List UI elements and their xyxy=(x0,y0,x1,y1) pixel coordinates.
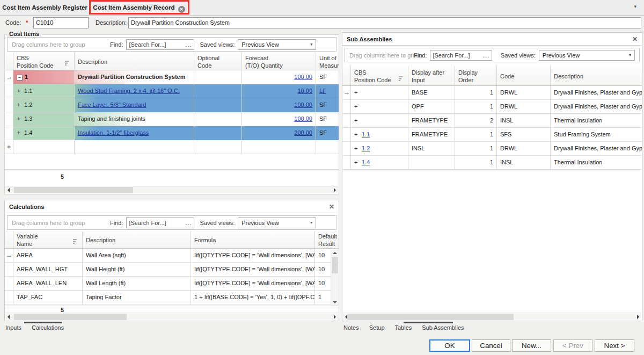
expand-icon[interactable]: + xyxy=(354,128,362,141)
position-code-cell[interactable]: +1.1 xyxy=(351,128,408,142)
expand-icon[interactable]: + xyxy=(354,114,362,127)
column-header-forecast-quantity[interactable]: Forecast (T/O) Quantity xyxy=(242,53,316,70)
description-cell[interactable]: Insulation, 1-1/2" fiberglass xyxy=(75,126,194,140)
display-after-input-cell[interactable]: FRAMETYPE xyxy=(408,128,455,142)
display-order-cell[interactable]: 1 xyxy=(455,86,497,100)
quantity-link[interactable]: 10.00 xyxy=(297,88,312,94)
column-header-display-order[interactable]: Display Order xyxy=(455,66,497,85)
code-cell[interactable]: SFS xyxy=(497,128,551,142)
column-header-unit-of-measure[interactable]: Unit of Measure xyxy=(316,53,339,70)
scroll-right-icon[interactable] xyxy=(334,188,336,192)
description-cell[interactable] xyxy=(75,140,194,154)
more-icon[interactable]: ... xyxy=(182,41,192,48)
tab-calculations[interactable]: Calculations xyxy=(32,324,64,331)
new-button[interactable]: New... xyxy=(512,339,551,352)
table-row[interactable]: → −1 Drywall Partition Construction Syst… xyxy=(5,70,339,84)
position-code-cell[interactable]: +1.2 xyxy=(13,98,75,112)
display-order-cell[interactable]: 2 xyxy=(455,114,497,128)
optional-code-cell[interactable] xyxy=(194,84,242,98)
prev-button[interactable]: < Prev xyxy=(553,339,592,352)
description-cell[interactable]: Wall Area (sqft) xyxy=(83,249,191,263)
display-after-input-cell[interactable]: INSL xyxy=(408,142,455,156)
scrollbar-thumb[interactable] xyxy=(14,314,127,320)
group-by-hint[interactable]: Drag columns here to group xyxy=(349,52,414,59)
table-row[interactable]: +1.1 FRAMETYPE 1 SFS Stud Framing System xyxy=(342,128,642,142)
display-order-cell[interactable]: 1 xyxy=(455,100,497,114)
position-code-cell[interactable] xyxy=(13,140,75,154)
code-cell[interactable]: DRWL xyxy=(497,100,551,114)
scroll-left-icon[interactable] xyxy=(8,315,10,319)
tab-notes[interactable]: Notes xyxy=(343,324,359,331)
display-after-input-cell[interactable]: FRAMETYPE xyxy=(408,114,455,128)
column-header-description[interactable]: Description xyxy=(75,53,194,70)
uom-cell[interactable]: SF xyxy=(316,70,339,84)
code-cell[interactable]: INSL xyxy=(497,114,551,128)
display-order-cell[interactable]: 1 xyxy=(455,156,497,170)
variable-name-cell[interactable]: TAP_FAC xyxy=(13,291,83,305)
group-by-hint[interactable]: Drag columns here to group xyxy=(12,220,110,226)
expand-icon[interactable]: + xyxy=(17,112,24,126)
code-cell[interactable]: DRWL xyxy=(497,142,551,156)
quantity-cell[interactable]: 100.00 xyxy=(242,70,316,84)
position-code-cell[interactable]: + xyxy=(351,86,408,100)
variable-name-cell[interactable]: AREA_WALL_HGT xyxy=(13,263,83,277)
tab-setup[interactable]: Setup xyxy=(369,324,385,331)
display-after-input-cell[interactable]: BASE xyxy=(408,86,455,100)
scrollbar-thumb[interactable] xyxy=(347,314,514,320)
vertical-scrollbar[interactable] xyxy=(331,250,338,306)
display-after-input-cell[interactable]: OPF xyxy=(408,100,455,114)
close-icon[interactable]: ✕ xyxy=(329,203,334,211)
code-cell[interactable]: DRWL xyxy=(497,86,551,100)
quantity-cell[interactable]: 10.00 xyxy=(242,84,316,98)
table-row[interactable]: + FRAMETYPE 2 INSL Thermal Insulation xyxy=(342,114,642,128)
description-cell[interactable]: Thermal Insulation xyxy=(551,114,642,128)
position-link[interactable]: 1.1 xyxy=(362,131,370,137)
ok-button[interactable]: OK xyxy=(429,339,470,352)
scroll-down-icon[interactable] xyxy=(333,301,337,303)
expand-icon[interactable]: + xyxy=(354,156,362,169)
table-row[interactable]: TAP_FAC Taping Factor 1 + Iif([BASE.CODE… xyxy=(5,291,339,305)
quantity-link[interactable]: 100.00 xyxy=(294,74,312,80)
column-header-code[interactable]: Code xyxy=(497,66,551,85)
optional-code-cell[interactable] xyxy=(194,112,242,126)
table-row[interactable]: → AREA Wall Area (sqft) Iif([QTYTYPE.COD… xyxy=(5,249,339,263)
tab-sub-assemblies[interactable]: Sub Assemblies xyxy=(422,324,464,331)
description-cell[interactable]: Wood Stud Framing, 2 x 4, @ 16" O.C. xyxy=(75,84,194,98)
search-input[interactable]: [Search For...] ... xyxy=(430,50,492,61)
column-header-optional-code[interactable]: Optional Code xyxy=(194,53,242,70)
scroll-right-icon[interactable] xyxy=(334,315,336,319)
table-row[interactable]: +1.4 Insulation, 1-1/2" fiberglass 200.0… xyxy=(5,126,339,140)
uom-cell[interactable]: SF xyxy=(316,126,339,140)
description-input[interactable]: Drywall Partition Construction System xyxy=(128,17,641,28)
optional-code-cell[interactable] xyxy=(194,98,242,112)
position-code-cell[interactable]: +1.3 xyxy=(13,112,75,126)
formula-cell[interactable]: Iif([QTYTYPE.CODE] = 'Wall dimensions', … xyxy=(191,249,315,263)
description-cell[interactable]: Face Layer, 5/8" Standard xyxy=(75,98,194,112)
display-order-cell[interactable]: 1 xyxy=(455,128,497,142)
quantity-cell[interactable] xyxy=(242,140,316,154)
table-row[interactable]: +1.1 Wood Stud Framing, 2 x 4, @ 16" O.C… xyxy=(5,84,339,98)
table-row[interactable]: +1.2 INSL 1 DRWL Drywall Finishes, Plast… xyxy=(342,142,642,156)
variable-name-cell[interactable]: AREA xyxy=(13,249,83,263)
tab-tables[interactable]: Tables xyxy=(395,324,412,331)
column-header-cbs-position-code[interactable]: CBS Position Code xyxy=(351,66,408,85)
table-row[interactable]: +1.2 Face Layer, 5/8" Standard 100.00 SF xyxy=(5,98,339,112)
position-code-cell[interactable]: + xyxy=(351,100,408,114)
position-code-cell[interactable]: +1.1 xyxy=(13,84,75,98)
expand-icon[interactable]: + xyxy=(354,100,362,113)
column-header-formula[interactable]: Formula xyxy=(191,231,315,248)
position-code-cell[interactable]: +1.2 xyxy=(351,142,408,156)
uom-cell[interactable]: SF xyxy=(316,98,339,112)
quantity-link[interactable]: 100.00 xyxy=(294,102,312,108)
code-input[interactable]: C1010 xyxy=(33,17,89,28)
saved-views-dropdown[interactable]: Previous View ▾ xyxy=(539,50,635,61)
more-icon[interactable]: ... xyxy=(182,220,192,226)
optional-code-cell[interactable] xyxy=(194,126,242,140)
formula-cell[interactable]: Iif([QTYTYPE.CODE] = 'Wall dimensions', … xyxy=(191,277,315,291)
column-header-display-after-input[interactable]: Display after Input xyxy=(408,66,455,85)
description-link[interactable]: Insulation, 1-1/2" fiberglass xyxy=(78,129,149,136)
position-code-cell[interactable]: −1 xyxy=(13,70,75,84)
expand-icon[interactable]: + xyxy=(354,86,362,99)
optional-code-cell[interactable] xyxy=(194,70,242,84)
horizontal-scrollbar[interactable] xyxy=(5,313,338,320)
